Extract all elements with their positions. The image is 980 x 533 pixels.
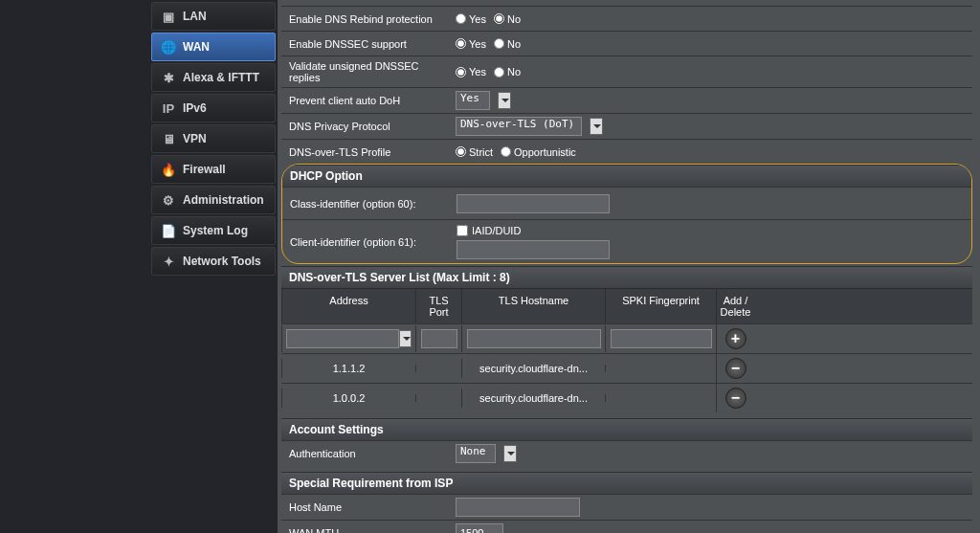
ipv6-icon: IP: [160, 100, 177, 117]
dns-label: DNS: [281, 0, 450, 4]
nettools-icon: ✦: [160, 253, 177, 270]
syslog-icon: 📄: [160, 222, 177, 239]
sidebar-item-alexa[interactable]: ✱ Alexa & IFTTT: [151, 63, 276, 92]
sidebar-item-label: Alexa & IFTTT: [183, 71, 259, 84]
sidebar-item-label: System Log: [183, 224, 248, 237]
main-content: DNS Yes No Enable DNS Rebind protection …: [278, 0, 980, 533]
profile-opp[interactable]: [501, 146, 511, 157]
table-row: 1.1.1.2 security.cloudflare-dn... −: [281, 353, 972, 383]
table-row: 1.0.0.2 security.cloudflare-dn... −: [281, 383, 972, 412]
dhcp-option-header: DHCP Option: [282, 165, 971, 187]
tls-host: security.cloudflare-dn...: [461, 389, 605, 408]
dhcp-option-highlight: DHCP Option Class-identifier (option 60)…: [281, 164, 972, 264]
validate-no[interactable]: [494, 67, 504, 78]
sidebar: ▣ LAN 🌐 WAN ✱ Alexa & IFTTT IP IPv6 🖥 VP…: [0, 0, 278, 533]
dnssec-label: Enable DNSSEC support: [281, 34, 450, 54]
tls-host-input[interactable]: [467, 329, 601, 348]
opt61-label: Client-identifier (option 61):: [282, 233, 451, 252]
tls-spki: [605, 365, 716, 372]
mtu-input[interactable]: [456, 523, 503, 533]
tls-spki: [605, 394, 716, 402]
tls-port: [415, 365, 461, 372]
chevron-down-icon[interactable]: [498, 92, 511, 109]
col-spki: SPKI Fingerprint: [605, 289, 716, 323]
mtu-label: WAN MTU: [281, 523, 450, 533]
admin-icon: ⚙: [160, 191, 177, 209]
isp-header: Special Requirement from ISP: [281, 472, 972, 494]
dnssec-yes[interactable]: [456, 38, 466, 49]
alexa-icon: ✱: [160, 69, 177, 86]
privacy-label: DNS Privacy Protocol: [281, 117, 450, 136]
chevron-down-icon[interactable]: [590, 118, 603, 135]
privacy-select[interactable]: DNS-over-TLS (DoT): [456, 117, 582, 136]
tls-table-header: Address TLS Port TLS Hostname SPKI Finge…: [281, 288, 972, 323]
validate-label: Validate unsigned DNSSEC replies: [281, 56, 450, 87]
sidebar-item-label: Administration: [183, 193, 264, 207]
tls-list-header: DNS-over-TLS Server List (Max Limit : 8): [281, 266, 972, 288]
account-header: Account Settings: [281, 418, 972, 440]
rebind-no[interactable]: [494, 13, 504, 24]
auth-label: Authentication: [281, 444, 450, 463]
opt61-input[interactable]: [457, 240, 610, 259]
col-port: TLS Port: [415, 289, 461, 323]
sidebar-item-wan[interactable]: 🌐 WAN: [151, 33, 276, 61]
add-button[interactable]: +: [725, 328, 746, 349]
opt60-input[interactable]: [457, 194, 610, 213]
sidebar-item-label: LAN: [183, 10, 207, 23]
firewall-icon: 🔥: [160, 161, 177, 178]
preventdoh-label: Prevent client auto DoH: [281, 91, 450, 110]
sidebar-item-vpn[interactable]: 🖥 VPN: [151, 124, 276, 153]
dns-rebind-label: Enable DNS Rebind protection: [281, 10, 450, 29]
auth-select[interactable]: None: [456, 444, 496, 463]
sidebar-item-syslog[interactable]: 📄 System Log: [151, 216, 276, 245]
tls-port-input[interactable]: [421, 329, 457, 348]
rebind-yes[interactable]: [456, 13, 466, 24]
sidebar-item-label: Firewall: [183, 163, 226, 176]
tls-addr: 1.1.1.2: [281, 359, 415, 378]
tls-port: [415, 394, 461, 402]
chevron-down-icon[interactable]: [399, 330, 412, 347]
tls-input-row: +: [281, 323, 972, 353]
profile-label: DNS-over-TLS Profile: [281, 143, 450, 162]
hostname-input[interactable]: [456, 498, 580, 517]
preventdoh-select[interactable]: Yes: [456, 91, 490, 110]
delete-button[interactable]: −: [725, 358, 746, 379]
iaid-checkbox[interactable]: [457, 225, 468, 236]
col-action: Add / Delete: [716, 289, 754, 323]
chevron-down-icon[interactable]: [503, 445, 517, 462]
tls-addr-input[interactable]: [286, 329, 399, 348]
vpn-icon: 🖥: [160, 130, 177, 147]
opt60-label: Class-identifier (option 60):: [282, 194, 451, 213]
dnssec-no[interactable]: [494, 38, 504, 49]
tls-spki-input[interactable]: [611, 329, 712, 348]
tls-host: security.cloudflare-dn...: [461, 359, 605, 378]
sidebar-item-label: VPN: [183, 132, 207, 145]
delete-button[interactable]: −: [725, 388, 746, 409]
sidebar-item-label: WAN: [183, 40, 210, 54]
tls-addr: 1.0.0.2: [281, 389, 415, 408]
sidebar-item-lan[interactable]: ▣ LAN: [151, 2, 276, 31]
sidebar-item-label: Network Tools: [183, 255, 261, 268]
col-host: TLS Hostname: [461, 289, 605, 323]
col-address: Address: [281, 289, 415, 323]
profile-strict[interactable]: [456, 146, 466, 157]
hostname-label: Host Name: [281, 498, 450, 517]
wan-icon: 🌐: [160, 38, 177, 56]
iaid-label: IAID/DUID: [472, 225, 521, 236]
lan-icon: ▣: [160, 8, 177, 25]
sidebar-item-nettools[interactable]: ✦ Network Tools: [151, 247, 276, 276]
sidebar-item-label: IPv6: [183, 101, 207, 115]
validate-yes[interactable]: [456, 67, 466, 78]
sidebar-item-firewall[interactable]: 🔥 Firewall: [151, 155, 276, 184]
sidebar-item-ipv6[interactable]: IP IPv6: [151, 94, 276, 122]
sidebar-item-admin[interactable]: ⚙ Administration: [151, 186, 276, 214]
